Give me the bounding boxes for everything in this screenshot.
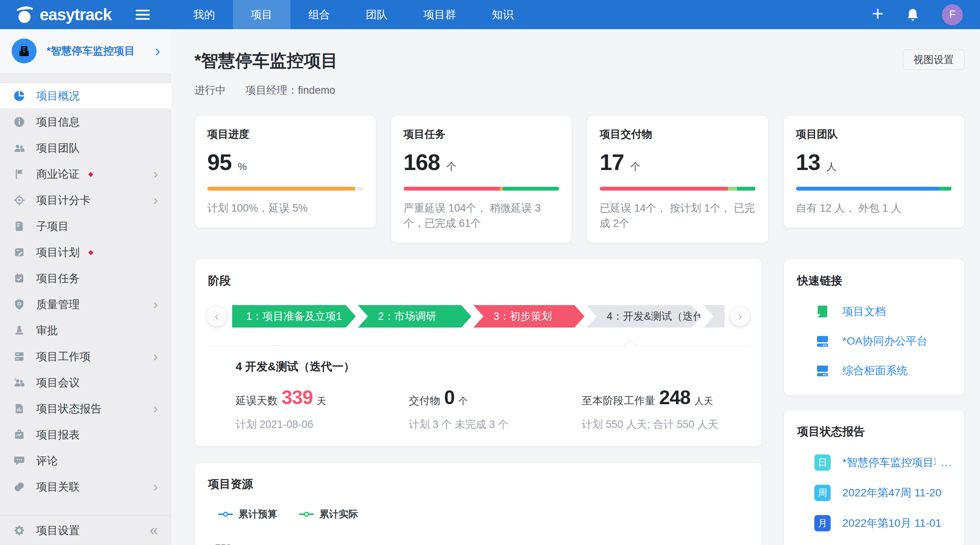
tab-我的[interactable]: 我的: [175, 0, 233, 29]
legend-item[interactable]: 累计预算: [218, 508, 277, 520]
phase-segment-1[interactable]: 1：项目准备及立项1: [232, 305, 356, 328]
metric-line: 延误天数339天: [236, 386, 409, 409]
chevron-right-icon: ›: [153, 298, 158, 312]
report-type-badge: 周: [814, 485, 831, 501]
tab-组合[interactable]: 组合: [290, 0, 348, 29]
quick-link-3[interactable]: 综合柜面系统: [796, 363, 952, 379]
sidebar-menu: 项目概况项目信息项目团队商业论证◆›项目计分卡›子项目项目计划◆项目任务质量管理…: [0, 73, 171, 500]
stat-progress-bar: [404, 187, 560, 191]
stat-value: 168: [404, 149, 440, 175]
stat-unit: 人: [826, 160, 836, 173]
metric-value: 339: [282, 386, 313, 409]
quick-link-2[interactable]: *OA协同办公平台: [796, 333, 952, 349]
y-axis-tick: 750: [206, 542, 231, 545]
sidebar-item-label: 审批: [36, 323, 58, 338]
phase-detail: 4 开发&测试（迭代一） 延误天数339天计划 2021-08-06交付物0个计…: [206, 346, 750, 434]
bar-segment: [503, 187, 559, 191]
sidebar-item-team[interactable]: 项目团队: [0, 135, 171, 161]
bar-segment: [207, 187, 355, 191]
metric-label: 交付物: [409, 394, 440, 408]
sidebar-item-relations[interactable]: 项目关联›: [0, 474, 171, 500]
stat-description: 自有 12 人， 外包 1 人: [796, 201, 952, 216]
tab-团队[interactable]: 团队: [348, 0, 406, 29]
collapse-sidebar-icon[interactable]: «: [150, 522, 158, 539]
stat-value: 13: [796, 149, 821, 175]
project-icon: [12, 39, 37, 63]
stat-value-row: 168个: [404, 149, 560, 175]
sidebar-item-status-reports[interactable]: 项目状态报告›: [0, 396, 171, 422]
sidebar-item-report-forms[interactable]: 项目报表: [0, 422, 171, 448]
view-settings-button[interactable]: 视图设置: [903, 49, 964, 70]
legend-label: 累计实际: [319, 508, 358, 520]
sidebar-item-plan[interactable]: 项目计划◆: [0, 239, 171, 265]
sidebar-item-label: 项目概况: [36, 89, 80, 103]
chevron-right-icon: ›: [153, 167, 158, 181]
stat-value-row: 95%: [207, 149, 363, 175]
brand[interactable]: easytrack: [0, 5, 112, 24]
edit-icon: [13, 246, 25, 258]
phase-segment-5[interactable]: 5：开发&: [704, 305, 724, 328]
stat-value-row: 17个: [600, 149, 756, 175]
sidebar-item-meetings[interactable]: 项目会议: [0, 370, 171, 396]
tab-项目群[interactable]: 项目群: [406, 0, 474, 29]
sidebar-item-tasks[interactable]: 项目任务: [0, 265, 171, 291]
status-badge: 进行中: [194, 83, 226, 97]
status-reports-title: 项目状态报告: [796, 424, 952, 440]
brand-name: easytrack: [40, 5, 112, 24]
sidebar-item-approval[interactable]: 审批: [0, 317, 171, 343]
phase-segment-4[interactable]: 4：开发&测试（迭代: [586, 305, 702, 328]
stat-progress-bar: [796, 187, 952, 191]
sidebar-item-label: 项目状态报告: [36, 401, 102, 416]
chartdoc-icon: [13, 403, 25, 415]
phase-segment-2[interactable]: 2：市场调研: [358, 305, 471, 328]
project-switcher[interactable]: *智慧停车监控项目 ›: [0, 29, 171, 73]
quick-link-1[interactable]: 项目文档: [796, 303, 952, 320]
sidebar-item-comments[interactable]: 评论: [0, 448, 171, 474]
sidebar-item-business-case[interactable]: 商业论证◆›: [0, 161, 171, 187]
metric-subtext: 计划 3 个 未完成 3 个: [409, 417, 582, 431]
chevron-right-icon: ›: [153, 480, 158, 494]
sidebar-item-overview[interactable]: 项目概况: [0, 83, 171, 109]
new-indicator-icon: ◆: [88, 170, 93, 178]
report-label: 2022年第47周 11-20: [842, 485, 942, 500]
tab-知识[interactable]: 知识: [474, 0, 532, 29]
sidebar-item-work-items[interactable]: 项目工作项›: [0, 343, 171, 370]
sidebar-item-scorecard[interactable]: 项目计分卡›: [0, 187, 171, 213]
stat-card-1: 项目进度95%计划 100%，延误 5%: [194, 115, 376, 228]
add-icon[interactable]: +: [872, 4, 884, 24]
sidebar-item-label: 项目关联: [36, 480, 80, 494]
metric-unit: 人天: [694, 395, 713, 407]
legend-ring-icon: [223, 512, 228, 517]
legend-item[interactable]: 累计实际: [299, 508, 358, 520]
phase-segment-3[interactable]: 3：初步策划: [473, 305, 584, 328]
sidebar-item-info[interactable]: 项目信息: [0, 109, 171, 135]
sidebar-item-subprojects[interactable]: 子项目: [0, 213, 171, 239]
task-icon: [13, 272, 25, 284]
doc-icon: [13, 220, 25, 232]
report-item-1[interactable]: 日*智慧停车监控项目项目日志...: [796, 454, 952, 471]
menu-toggle-icon[interactable]: [136, 10, 150, 20]
manager-name[interactable]: findemo: [298, 84, 335, 96]
metric-unit: 个: [458, 395, 468, 407]
report-item-2[interactable]: 周2022年第47周 11-20: [796, 485, 952, 501]
info-icon: [13, 116, 25, 128]
sidebar-item-settings[interactable]: 项目设置 «: [0, 515, 171, 545]
phases-title: 阶段: [206, 273, 750, 289]
sidebar-item-quality[interactable]: 质量管理›: [0, 291, 171, 317]
bar-segment: [737, 187, 755, 191]
report-ellipsis: ...: [941, 456, 952, 469]
sidebar-item-label: 项目会议: [36, 375, 80, 390]
quick-link-label: 综合柜面系统: [842, 363, 908, 378]
phase-divider: [206, 345, 750, 346]
report-item-3[interactable]: 月2022年第10月 11-01: [796, 515, 952, 531]
stat-description: 严重延误 104个， 稍微延误 3个，已完成 61个: [404, 201, 560, 231]
top-nav: easytrack 我的项目组合团队项目群知识 + F: [0, 0, 980, 29]
metric-value: 248: [659, 386, 690, 409]
user-avatar[interactable]: F: [942, 4, 963, 25]
phases-scroll-left-icon[interactable]: ‹: [206, 306, 227, 326]
report-type-badge: 日: [814, 454, 831, 471]
notifications-icon[interactable]: [905, 7, 920, 23]
stamp-icon: [13, 324, 25, 336]
phases-scroll-right-icon[interactable]: ›: [730, 306, 750, 326]
tab-项目[interactable]: 项目: [233, 0, 290, 29]
